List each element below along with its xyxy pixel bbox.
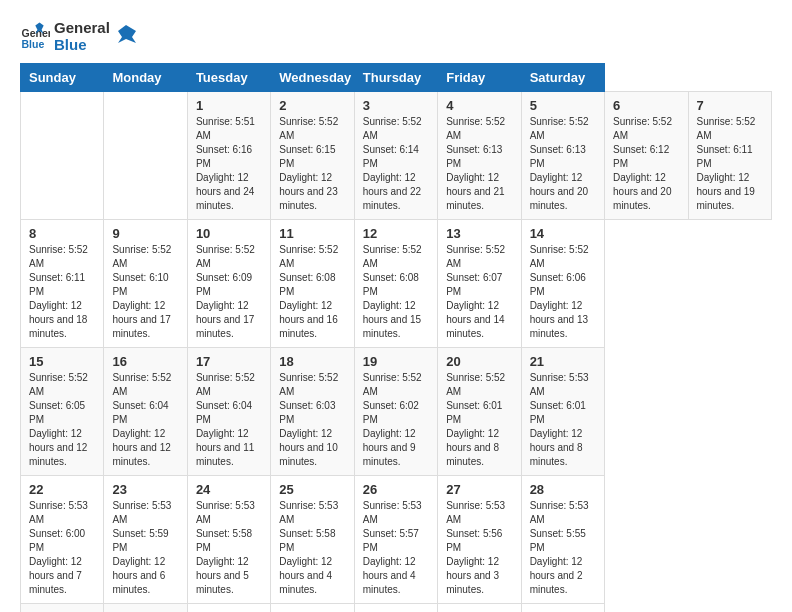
calendar-cell: 23 Sunrise: 5:53 AM Sunset: 5:59 PM Dayl…	[104, 476, 187, 604]
calendar-week-4: 22 Sunrise: 5:53 AM Sunset: 6:00 PM Dayl…	[21, 476, 772, 604]
calendar-week-5: 29 Sunrise: 5:53 AM Sunset: 5:55 PM Dayl…	[21, 604, 772, 613]
day-number: 26	[363, 482, 429, 497]
day-number: 18	[279, 354, 345, 369]
cell-info: Sunrise: 5:52 AM Sunset: 6:05 PM Dayligh…	[29, 371, 95, 469]
day-number: 20	[446, 354, 512, 369]
calendar-cell: 7 Sunrise: 5:52 AM Sunset: 6:11 PM Dayli…	[688, 92, 772, 220]
day-number: 17	[196, 354, 262, 369]
cell-info: Sunrise: 5:53 AM Sunset: 5:59 PM Dayligh…	[112, 499, 178, 597]
calendar-cell: 9 Sunrise: 5:52 AM Sunset: 6:10 PM Dayli…	[104, 220, 187, 348]
calendar-cell	[21, 92, 104, 220]
cell-info: Sunrise: 5:52 AM Sunset: 6:12 PM Dayligh…	[613, 115, 679, 213]
cell-info: Sunrise: 5:52 AM Sunset: 6:08 PM Dayligh…	[279, 243, 345, 341]
calendar-cell: 19 Sunrise: 5:52 AM Sunset: 6:02 PM Dayl…	[354, 348, 437, 476]
day-number: 4	[446, 98, 512, 113]
cell-info: Sunrise: 5:53 AM Sunset: 6:00 PM Dayligh…	[29, 499, 95, 597]
day-number: 27	[446, 482, 512, 497]
calendar-cell: 26 Sunrise: 5:53 AM Sunset: 5:57 PM Dayl…	[354, 476, 437, 604]
logo: General Blue General Blue	[20, 20, 138, 53]
calendar-cell: 24 Sunrise: 5:53 AM Sunset: 5:58 PM Dayl…	[187, 476, 270, 604]
calendar-cell: 3 Sunrise: 5:52 AM Sunset: 6:14 PM Dayli…	[354, 92, 437, 220]
day-number: 28	[530, 482, 596, 497]
calendar-cell: 28 Sunrise: 5:53 AM Sunset: 5:55 PM Dayl…	[521, 476, 604, 604]
cell-info: Sunrise: 5:52 AM Sunset: 6:08 PM Dayligh…	[363, 243, 429, 341]
cell-info: Sunrise: 5:52 AM Sunset: 6:03 PM Dayligh…	[279, 371, 345, 469]
calendar-cell: 22 Sunrise: 5:53 AM Sunset: 6:00 PM Dayl…	[21, 476, 104, 604]
cell-info: Sunrise: 5:52 AM Sunset: 6:06 PM Dayligh…	[530, 243, 596, 341]
calendar-week-1: 1 Sunrise: 5:51 AM Sunset: 6:16 PM Dayli…	[21, 92, 772, 220]
logo-icon: General Blue	[20, 22, 50, 52]
cell-info: Sunrise: 5:52 AM Sunset: 6:11 PM Dayligh…	[29, 243, 95, 341]
calendar-cell: 1 Sunrise: 5:51 AM Sunset: 6:16 PM Dayli…	[187, 92, 270, 220]
cell-info: Sunrise: 5:52 AM Sunset: 6:10 PM Dayligh…	[112, 243, 178, 341]
calendar-table: SundayMondayTuesdayWednesdayThursdayFrid…	[20, 63, 772, 612]
cell-info: Sunrise: 5:52 AM Sunset: 6:14 PM Dayligh…	[363, 115, 429, 213]
calendar-cell: 2 Sunrise: 5:52 AM Sunset: 6:15 PM Dayli…	[271, 92, 354, 220]
day-number: 11	[279, 226, 345, 241]
cell-info: Sunrise: 5:52 AM Sunset: 6:13 PM Dayligh…	[530, 115, 596, 213]
day-number: 6	[613, 98, 679, 113]
calendar-cell: 12 Sunrise: 5:52 AM Sunset: 6:08 PM Dayl…	[354, 220, 437, 348]
col-header-thursday: Thursday	[354, 64, 437, 92]
calendar-cell: 30 Sunrise: 5:53 AM Sunset: 5:54 PM Dayl…	[104, 604, 187, 613]
calendar-cell: 27 Sunrise: 5:53 AM Sunset: 5:56 PM Dayl…	[438, 476, 521, 604]
day-number: 12	[363, 226, 429, 241]
cell-info: Sunrise: 5:52 AM Sunset: 6:04 PM Dayligh…	[196, 371, 262, 469]
cell-info: Sunrise: 5:52 AM Sunset: 6:09 PM Dayligh…	[196, 243, 262, 341]
day-number: 25	[279, 482, 345, 497]
day-number: 1	[196, 98, 262, 113]
day-number: 24	[196, 482, 262, 497]
header: General Blue General Blue	[20, 20, 772, 53]
day-number: 9	[112, 226, 178, 241]
header-row: SundayMondayTuesdayWednesdayThursdayFrid…	[21, 64, 772, 92]
calendar-cell: 14 Sunrise: 5:52 AM Sunset: 6:06 PM Dayl…	[521, 220, 604, 348]
cell-info: Sunrise: 5:52 AM Sunset: 6:02 PM Dayligh…	[363, 371, 429, 469]
calendar-cell: 20 Sunrise: 5:52 AM Sunset: 6:01 PM Dayl…	[438, 348, 521, 476]
calendar-cell	[354, 604, 437, 613]
cell-info: Sunrise: 5:51 AM Sunset: 6:16 PM Dayligh…	[196, 115, 262, 213]
day-number: 13	[446, 226, 512, 241]
logo-general: General	[54, 20, 110, 37]
cell-info: Sunrise: 5:52 AM Sunset: 6:15 PM Dayligh…	[279, 115, 345, 213]
logo-flag-icon	[114, 23, 138, 51]
day-number: 21	[530, 354, 596, 369]
calendar-cell: 8 Sunrise: 5:52 AM Sunset: 6:11 PM Dayli…	[21, 220, 104, 348]
calendar-cell: 11 Sunrise: 5:52 AM Sunset: 6:08 PM Dayl…	[271, 220, 354, 348]
cell-info: Sunrise: 5:52 AM Sunset: 6:07 PM Dayligh…	[446, 243, 512, 341]
calendar-cell: 6 Sunrise: 5:52 AM Sunset: 6:12 PM Dayli…	[605, 92, 688, 220]
calendar-week-2: 8 Sunrise: 5:52 AM Sunset: 6:11 PM Dayli…	[21, 220, 772, 348]
cell-info: Sunrise: 5:53 AM Sunset: 6:01 PM Dayligh…	[530, 371, 596, 469]
day-number: 14	[530, 226, 596, 241]
cell-info: Sunrise: 5:52 AM Sunset: 6:13 PM Dayligh…	[446, 115, 512, 213]
cell-info: Sunrise: 5:52 AM Sunset: 6:04 PM Dayligh…	[112, 371, 178, 469]
col-header-sunday: Sunday	[21, 64, 104, 92]
cell-info: Sunrise: 5:53 AM Sunset: 5:56 PM Dayligh…	[446, 499, 512, 597]
col-header-monday: Monday	[104, 64, 187, 92]
day-number: 23	[112, 482, 178, 497]
day-number: 10	[196, 226, 262, 241]
day-number: 5	[530, 98, 596, 113]
calendar-cell	[271, 604, 354, 613]
day-number: 19	[363, 354, 429, 369]
calendar-cell	[187, 604, 270, 613]
day-number: 8	[29, 226, 95, 241]
calendar-cell: 16 Sunrise: 5:52 AM Sunset: 6:04 PM Dayl…	[104, 348, 187, 476]
col-header-friday: Friday	[438, 64, 521, 92]
cell-info: Sunrise: 5:53 AM Sunset: 5:55 PM Dayligh…	[530, 499, 596, 597]
day-number: 22	[29, 482, 95, 497]
cell-info: Sunrise: 5:53 AM Sunset: 5:58 PM Dayligh…	[279, 499, 345, 597]
logo-wordmark: General Blue	[54, 20, 110, 53]
svg-text:Blue: Blue	[22, 37, 45, 49]
calendar-cell: 17 Sunrise: 5:52 AM Sunset: 6:04 PM Dayl…	[187, 348, 270, 476]
calendar-cell	[438, 604, 521, 613]
calendar-cell: 21 Sunrise: 5:53 AM Sunset: 6:01 PM Dayl…	[521, 348, 604, 476]
logo-blue: Blue	[54, 37, 110, 54]
calendar-cell: 25 Sunrise: 5:53 AM Sunset: 5:58 PM Dayl…	[271, 476, 354, 604]
day-number: 16	[112, 354, 178, 369]
cell-info: Sunrise: 5:52 AM Sunset: 6:01 PM Dayligh…	[446, 371, 512, 469]
day-number: 2	[279, 98, 345, 113]
col-header-saturday: Saturday	[521, 64, 604, 92]
cell-info: Sunrise: 5:52 AM Sunset: 6:11 PM Dayligh…	[697, 115, 764, 213]
col-header-wednesday: Wednesday	[271, 64, 354, 92]
day-number: 15	[29, 354, 95, 369]
